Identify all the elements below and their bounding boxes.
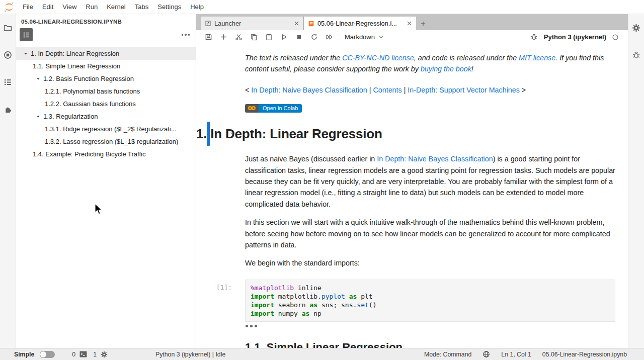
chevron-down-icon[interactable] [23, 51, 29, 56]
extensions-puzzle-icon[interactable] [4, 105, 12, 114]
left-activity-bar [0, 14, 16, 348]
menubar: File Edit View Run Kernel Tabs Settings … [0, 0, 644, 14]
section-heading-2: 1.1. Simple Linear Regression [245, 341, 615, 348]
menu-help[interactable]: Help [186, 3, 208, 11]
menu-view[interactable]: View [58, 3, 81, 11]
statusbar: Simple 0 1 Python 3 (ipykernel) | Idle [0, 348, 644, 360]
kernels-count: 1 [93, 351, 97, 358]
restart-run-all-button[interactable] [325, 33, 333, 41]
running-sessions-status[interactable]: 0 1 [72, 351, 108, 358]
toc-item[interactable]: 1.2.1. Polynomial basis functions [16, 85, 196, 98]
markdown-link[interactable]: In-Depth: Support Vector Machines [408, 86, 520, 94]
toc-item-label: 1.2. Basis Function Regression [43, 75, 134, 82]
toc-item[interactable]: 1.1. Simple Linear Regression [16, 60, 196, 72]
toc-item[interactable]: 1.3.1. Ridge regression ($L_2$ Regulariz… [16, 123, 196, 135]
terminal-icon [79, 351, 87, 357]
simple-mode-toggle[interactable] [40, 351, 55, 358]
folder-icon[interactable] [4, 24, 12, 32]
new-tab-button[interactable] [416, 17, 430, 30]
menu-settings[interactable]: Settings [153, 3, 186, 11]
markdown-cell[interactable]: < In Depth: Naive Bayes Classification |… [196, 84, 628, 96]
table-of-contents-icon[interactable] [4, 78, 12, 86]
code-cell[interactable]: [1]: %matplotlib inlineimport matplotlib… [196, 280, 628, 322]
toc-item[interactable]: 1.3. Regularization [16, 110, 196, 123]
globe-icon[interactable] [482, 350, 490, 358]
kernel-status-icon [612, 34, 619, 41]
menu-run[interactable]: Run [81, 3, 102, 11]
tab-launcher[interactable]: Launcher [201, 17, 304, 30]
close-icon[interactable] [406, 21, 412, 27]
more-commands-ellipsis-icon[interactable] [181, 32, 191, 38]
toc-item[interactable]: 1.2.2. Gaussian basis functions [16, 98, 196, 110]
running-sessions-icon[interactable] [4, 51, 12, 59]
debugger-bug-icon[interactable] [530, 33, 538, 41]
markdown-link[interactable]: CC-BY-NC-ND license [342, 54, 414, 62]
paragraph: In this section we will start with a qui… [245, 217, 615, 250]
heading-cell-active[interactable]: 1. In Depth: Linear Regression [196, 121, 628, 147]
toc-panel: 05.06-LINEAR-REGRESSION.IPYNB 1. In Dept… [16, 14, 196, 348]
kernel-sessions-icon [101, 351, 108, 358]
cell-type-value: Markdown [345, 33, 375, 41]
toc-item-label: 1.3.2. Lasso regression ($L_1$ regulariz… [45, 138, 178, 145]
chevron-down-icon [378, 34, 384, 40]
toc-item[interactable]: 1. In Depth: Linear Regression [16, 47, 196, 60]
markdown-link[interactable]: Contents [373, 86, 401, 94]
toc-item[interactable]: 1.4. Example: Predicting Bicycle Traffic [16, 148, 196, 160]
paragraph: Just as naive Bayes (discussed earlier i… [245, 153, 615, 210]
simple-mode-label: Simple [14, 351, 34, 358]
stop-kernel-button[interactable] [295, 33, 303, 41]
execution-count: [1]: [196, 284, 238, 291]
toc-item-label: 1.2.1. Polynomial basis functions [45, 87, 140, 95]
property-inspector-gear-icon[interactable] [632, 24, 640, 32]
toc-list-icon [23, 31, 30, 39]
heading-collapse-icon[interactable] [229, 129, 235, 138]
toc-item[interactable]: 1.2. Basis Function Regression [16, 72, 196, 85]
menu-file[interactable]: File [18, 3, 38, 11]
notebook-icon [308, 20, 314, 27]
restart-kernel-button[interactable] [310, 33, 318, 41]
toc-item[interactable]: 1.3.2. Lasso regression ($L_1$ regulariz… [16, 135, 196, 148]
code-editor[interactable]: %matplotlib inlineimport matplotlib.pypl… [245, 280, 615, 322]
toc-item-label: 1.3. Regularization [43, 113, 98, 120]
markdown-link[interactable]: In Depth: Naive Bayes Classification [377, 155, 493, 163]
kernel-status-text[interactable]: Python 3 (ipykernel) | Idle [155, 351, 225, 358]
collapsed-output-button[interactable] [196, 325, 628, 327]
markdown-cell[interactable]: The text is released under the CC-BY-NC-… [196, 52, 628, 75]
toc-numbering-button[interactable] [20, 28, 33, 41]
markdown-link[interactable]: MIT license [519, 54, 555, 62]
tab-notebook[interactable]: 05.06-Linear-Regression.i... [304, 17, 416, 30]
paste-cell-button[interactable] [265, 33, 273, 41]
cut-cell-button[interactable] [234, 33, 243, 41]
chevron-down-icon[interactable] [36, 114, 42, 119]
add-cell-button[interactable] [219, 33, 227, 41]
close-icon[interactable] [293, 21, 299, 27]
open-in-colab-badge[interactable]: Open in Colab [245, 104, 302, 113]
tab-label: 05.06-Linear-Regression.i... [317, 20, 403, 27]
license-paragraph: The text is released under the CC-BY-NC-… [245, 52, 615, 75]
heading-cell[interactable]: 1.1. Simple Linear Regression [196, 341, 628, 348]
cell-type-dropdown[interactable]: Markdown [345, 33, 384, 41]
markdown-link[interactable]: In Depth: Naive Bayes Classification [251, 86, 367, 94]
debugger-bug-icon[interactable] [632, 51, 640, 59]
cell-collapser-bar[interactable] [207, 122, 210, 146]
launcher-icon [205, 20, 211, 27]
markdown-cell[interactable]: Just as naive Bayes (discussed earlier i… [196, 153, 628, 269]
save-button[interactable] [204, 33, 212, 41]
jupyter-logo-icon [4, 2, 15, 13]
toc-item-label: 1.2.2. Gaussian basis functions [45, 100, 136, 108]
menu-edit[interactable]: Edit [38, 3, 58, 11]
chevron-down-icon[interactable] [36, 76, 42, 81]
markdown-cell[interactable]: Open in Colab [196, 104, 628, 113]
notebook-toolbar: Markdown [196, 30, 628, 44]
cursor-position[interactable]: Ln 1, Col 1 [501, 351, 531, 358]
copy-cell-button[interactable] [250, 33, 258, 41]
menu-kernel[interactable]: Kernel [102, 3, 130, 11]
toc-item-label: 1.3.1. Ridge regression ($L_2$ Regulariz… [45, 125, 177, 133]
kernel-name[interactable]: Python 3 (ipykernel) [544, 33, 606, 41]
menu-tabs[interactable]: Tabs [130, 3, 153, 11]
toggle-knob [40, 351, 46, 357]
run-cell-button[interactable] [280, 33, 288, 41]
command-mode-indicator: Mode: Command [424, 351, 471, 358]
right-activity-bar [628, 14, 644, 348]
markdown-link[interactable]: buying the book [421, 65, 471, 73]
